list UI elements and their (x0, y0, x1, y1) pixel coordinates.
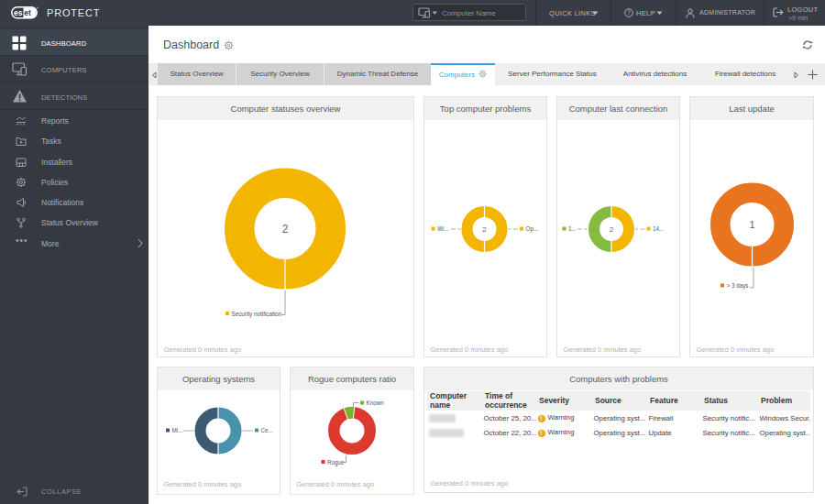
svg-text:es: es (14, 8, 23, 17)
svg-text:et: et (24, 8, 31, 17)
svg-text:?: ? (627, 9, 631, 16)
